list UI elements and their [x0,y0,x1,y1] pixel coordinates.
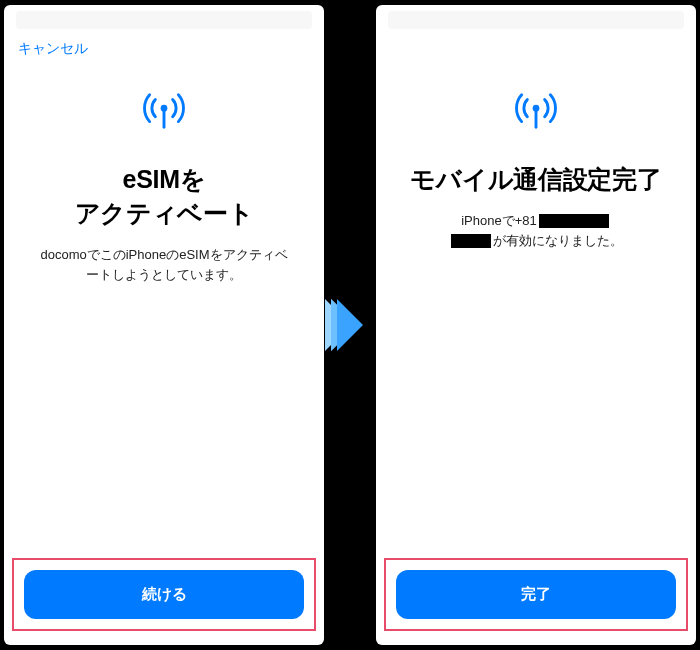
button-highlight-box: 完了 [384,558,688,631]
nav-bar: キャンセル [4,29,324,59]
cellular-signal-icon [141,89,187,135]
content-area: eSIMを アクティベート docomoでこのiPhoneのeSIMをアクティベ… [4,59,324,558]
nav-bar [376,29,696,59]
page-title: eSIMを アクティベート [75,163,254,231]
cellular-signal-icon [513,89,559,135]
screen-activate-esim: キャンセル eSIMを アクティベート docomoでこのiPhoneのeSIM… [4,5,324,645]
redacted-phone-part-2 [451,234,491,248]
redacted-phone-part-1 [539,214,609,228]
status-bar-stub [388,11,684,29]
page-subtitle: iPhoneで+81が有効になりました。 [439,211,633,251]
subtitle-suffix: が有効になりました。 [493,233,623,248]
continue-button[interactable]: 続ける [24,570,304,619]
page-title: モバイル通信設定完了 [410,163,661,197]
page-subtitle: docomoでこのiPhoneのeSIMをアクティベートしようとしています。 [28,245,300,285]
button-highlight-box: 続ける [12,558,316,631]
cancel-button[interactable]: キャンセル [18,40,88,56]
screen-setup-complete: モバイル通信設定完了 iPhoneで+81が有効になりました。 完了 [376,5,696,645]
status-bar-stub [16,11,312,29]
subtitle-prefix: iPhoneで+81 [461,213,537,228]
next-step-arrow-icon [337,299,363,351]
content-area: モバイル通信設定完了 iPhoneで+81が有効になりました。 [376,59,696,558]
done-button[interactable]: 完了 [396,570,676,619]
